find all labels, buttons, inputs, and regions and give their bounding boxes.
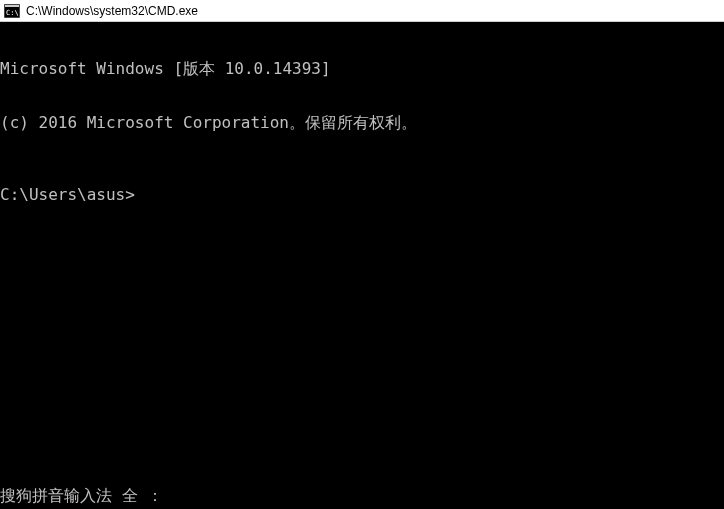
svg-text:C:\: C:\ — [6, 9, 19, 17]
terminal-area[interactable]: Microsoft Windows [版本 10.0.14393] (c) 20… — [0, 22, 724, 509]
terminal-prompt[interactable]: C:\Users\asus> — [0, 186, 724, 204]
terminal-copyright-line: (c) 2016 Microsoft Corporation。保留所有权利。 — [0, 114, 724, 132]
svg-rect-1 — [5, 5, 19, 7]
window-title: C:\Windows\system32\CMD.exe — [26, 4, 198, 18]
ime-status: 搜狗拼音输入法 全 ： — [0, 487, 163, 505]
terminal-version-line: Microsoft Windows [版本 10.0.14393] — [0, 60, 724, 78]
window-titlebar[interactable]: C:\ C:\Windows\system32\CMD.exe — [0, 0, 724, 22]
cmd-icon: C:\ — [4, 4, 20, 18]
